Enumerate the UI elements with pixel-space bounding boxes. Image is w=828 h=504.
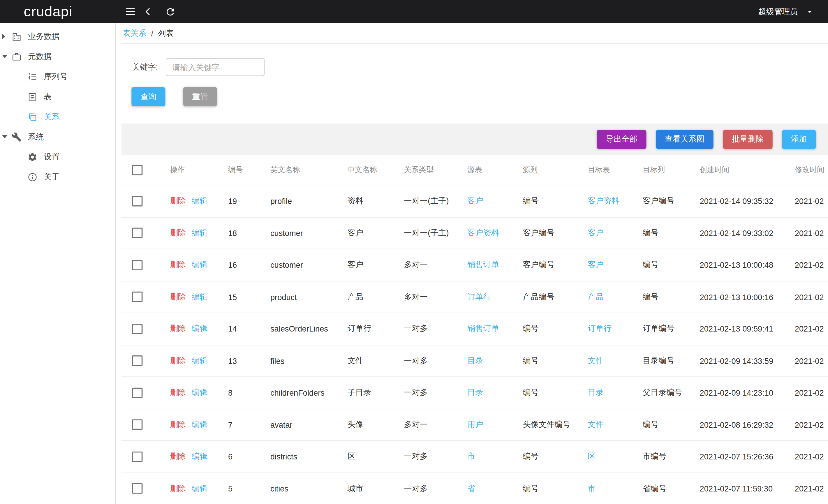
- table-row: 删除编辑5cities城市一对多省编号市省编号2021-02-07 11:59:…: [122, 473, 828, 504]
- cell-relation-type: 一对多: [393, 356, 457, 366]
- cell-created: 2021-02-13 09:59:41: [689, 324, 784, 333]
- add-button[interactable]: 添加: [782, 130, 816, 149]
- edit-link[interactable]: 编辑: [192, 420, 207, 428]
- source-table-link[interactable]: 市: [467, 452, 475, 461]
- building-icon: [12, 32, 22, 41]
- sidebar-item-label: 元数据: [28, 51, 52, 61]
- target-table-link[interactable]: 客户: [588, 228, 604, 237]
- app-logo: crudapi: [0, 3, 115, 20]
- refresh-icon[interactable]: [165, 6, 176, 17]
- target-table-link[interactable]: 文件: [588, 420, 604, 428]
- source-table-link[interactable]: 销售订单: [467, 260, 499, 269]
- target-table-link[interactable]: 订单行: [588, 324, 612, 333]
- sidebar-item-sequence[interactable]: 序列号: [0, 67, 115, 87]
- expand-arrow-icon[interactable]: [2, 135, 11, 138]
- collapse-arrow-icon[interactable]: [2, 34, 11, 39]
- row-checkbox[interactable]: [132, 324, 142, 334]
- row-checkbox[interactable]: [132, 260, 142, 270]
- cell-name-cn: 子目录: [337, 388, 393, 398]
- export-all-button[interactable]: 导出全部: [597, 130, 646, 149]
- cell-created: 2021-02-13 10:00:48: [689, 260, 784, 269]
- row-checkbox[interactable]: [132, 292, 142, 302]
- cell-name-en: files: [260, 356, 337, 365]
- breadcrumb: 表关系 / 列表: [122, 23, 828, 44]
- edit-link[interactable]: 编辑: [192, 484, 207, 493]
- sidebar-item-table[interactable]: 表: [0, 87, 115, 107]
- sidebar-item-business-data[interactable]: 业务数据: [0, 27, 115, 47]
- edit-link[interactable]: 编辑: [192, 260, 207, 269]
- back-icon[interactable]: [142, 6, 153, 17]
- source-table-link[interactable]: 客户资料: [467, 228, 499, 237]
- target-table-link[interactable]: 区: [588, 452, 595, 461]
- cell-name-cn: 客户: [337, 228, 393, 238]
- view-diagram-button[interactable]: 查看关系图: [656, 130, 713, 149]
- cell-name-en: childrenFolders: [260, 388, 337, 397]
- menu-icon[interactable]: [125, 6, 136, 17]
- edit-link[interactable]: 编辑: [192, 388, 207, 397]
- source-table-link[interactable]: 目录: [467, 388, 483, 397]
- sidebar-item-settings[interactable]: 设置: [0, 147, 115, 167]
- edit-link[interactable]: 编辑: [192, 356, 207, 365]
- edit-link[interactable]: 编辑: [192, 324, 207, 333]
- cell-modified: 2021-02: [784, 452, 828, 461]
- source-table-link[interactable]: 目录: [467, 356, 483, 365]
- edit-link[interactable]: 编辑: [192, 292, 207, 301]
- source-table-link[interactable]: 省: [467, 484, 475, 493]
- sidebar-item-metadata[interactable]: 元数据: [0, 47, 115, 67]
- cell-target-col: 市编号: [632, 452, 689, 461]
- edit-link[interactable]: 编辑: [192, 228, 207, 237]
- delete-link[interactable]: 删除: [170, 388, 186, 397]
- sidebar-item-about[interactable]: 关于: [0, 167, 115, 187]
- delete-link[interactable]: 删除: [170, 324, 186, 333]
- cell-name-cn: 文件: [337, 356, 393, 366]
- source-table-link[interactable]: 客户: [467, 196, 483, 205]
- target-table-link[interactable]: 市: [588, 484, 595, 493]
- topbar: crudapi 超级管理员: [0, 0, 828, 23]
- target-table-link[interactable]: 客户: [588, 260, 604, 269]
- target-table-link[interactable]: 目录: [588, 388, 604, 397]
- target-table-link[interactable]: 文件: [588, 356, 604, 365]
- row-checkbox[interactable]: [132, 451, 142, 462]
- delete-link[interactable]: 删除: [170, 452, 186, 461]
- breadcrumb-parent-link[interactable]: 表关系: [123, 28, 147, 38]
- row-checkbox[interactable]: [132, 196, 142, 206]
- row-checkbox[interactable]: [132, 420, 142, 430]
- table-row: 删除编辑15product产品多对一订单行产品编号产品编号2021-02-13 …: [122, 281, 828, 313]
- column-header: 源列: [512, 165, 577, 174]
- search-button[interactable]: 查询: [131, 87, 165, 106]
- delete-link[interactable]: 删除: [170, 420, 186, 428]
- column-header: 编号: [218, 165, 260, 174]
- cell-source-col: 头像文件编号: [512, 420, 577, 429]
- batch-delete-button[interactable]: 批量删除: [723, 130, 772, 149]
- source-table-link[interactable]: 订单行: [467, 292, 491, 301]
- chevron-down-icon: [806, 8, 814, 15]
- cell-source-col: 编号: [512, 452, 577, 461]
- sidebar-item-relation[interactable]: 关系: [0, 107, 115, 127]
- delete-link[interactable]: 删除: [170, 196, 186, 205]
- cell-id: 5: [218, 484, 260, 493]
- expand-arrow-icon[interactable]: [2, 55, 11, 58]
- delete-link[interactable]: 删除: [170, 356, 186, 365]
- edit-link[interactable]: 编辑: [192, 196, 207, 205]
- target-table-link[interactable]: 产品: [588, 292, 604, 301]
- delete-link[interactable]: 删除: [170, 292, 186, 301]
- row-checkbox[interactable]: [132, 228, 142, 238]
- row-checkbox[interactable]: [132, 355, 142, 366]
- keyword-input[interactable]: [166, 58, 264, 76]
- target-table-link[interactable]: 客户资料: [588, 196, 619, 205]
- edit-link[interactable]: 编辑: [192, 452, 207, 461]
- select-all-checkbox[interactable]: [132, 165, 142, 175]
- sidebar-item-system[interactable]: 系统: [0, 127, 115, 147]
- source-table-link[interactable]: 用户: [467, 420, 483, 428]
- reset-button[interactable]: 重置: [183, 87, 217, 106]
- row-checkbox[interactable]: [132, 483, 142, 494]
- cell-created: 2021-02-07 11:59:30: [689, 484, 784, 493]
- delete-link[interactable]: 删除: [170, 484, 186, 493]
- relations-table: 操作编号英文名称中文名称关系类型源表源列目标表目标列创建时间修改时间 删除编辑1…: [122, 155, 828, 504]
- source-table-link[interactable]: 销售订单: [467, 324, 499, 333]
- user-menu[interactable]: 超级管理员: [758, 7, 814, 16]
- delete-link[interactable]: 删除: [170, 228, 186, 237]
- delete-link[interactable]: 删除: [170, 260, 186, 269]
- cell-modified: 2021-02: [784, 228, 828, 238]
- row-checkbox[interactable]: [132, 387, 142, 398]
